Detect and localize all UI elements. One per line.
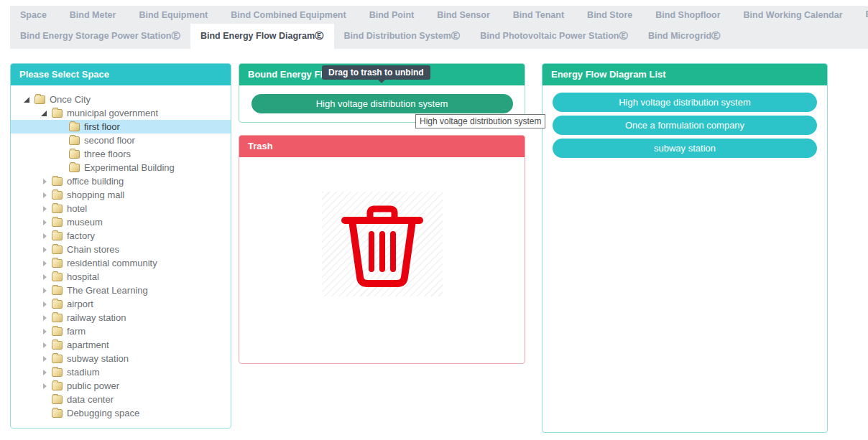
tree-item-label: hospital bbox=[67, 271, 99, 282]
tree-item-airport[interactable]: airport bbox=[11, 297, 231, 311]
chevron-collapsed-icon bbox=[43, 206, 47, 212]
tree-item-label: data center bbox=[67, 394, 114, 405]
folder-icon bbox=[52, 382, 63, 390]
tree-item-data-center[interactable]: data center bbox=[11, 393, 231, 406]
tab-bind-sensor[interactable]: Bind Sensor bbox=[430, 6, 497, 24]
diagram-once-a-formulation-company[interactable]: Once a formulation company bbox=[553, 116, 817, 135]
tab-bind-combined-equipment[interactable]: Bind Combined Equipment bbox=[223, 6, 353, 24]
tree-item-office-building[interactable]: office building bbox=[11, 174, 231, 188]
tree-item-label: airport bbox=[67, 299, 93, 309]
tree-toggle[interactable] bbox=[40, 288, 50, 294]
chevron-collapsed-icon bbox=[43, 315, 47, 321]
tree-toggle[interactable] bbox=[40, 247, 50, 253]
tree-toggle[interactable] bbox=[40, 233, 50, 239]
trash-drop-zone[interactable] bbox=[239, 157, 525, 364]
tab-bind-working-calendar[interactable]: Bind Working Calendar bbox=[737, 6, 850, 24]
tree-toggle[interactable] bbox=[22, 97, 32, 103]
folder-icon bbox=[52, 409, 63, 418]
tree-item-label: office building bbox=[67, 176, 124, 187]
tab-bind-photovoltaic-power-station[interactable]: Bind Photovoltaic Power StationⒺ bbox=[470, 24, 638, 49]
tab-bind-distribution-system[interactable]: Bind Distribution SystemⒺ bbox=[334, 24, 471, 49]
tree-item-second-floor[interactable]: second floor bbox=[11, 134, 231, 147]
tab-bind-shopfloor[interactable]: Bind Shopfloor bbox=[648, 6, 727, 24]
middle-column: Bound Energy Flow Diagram High voltage d… bbox=[239, 63, 525, 365]
folder-icon bbox=[52, 191, 63, 200]
tree-toggle[interactable] bbox=[40, 383, 50, 389]
tree-toggle[interactable] bbox=[40, 315, 50, 321]
tree-item-municipal-government[interactable]: municipal government bbox=[11, 106, 231, 120]
space-tree: Once Citymunicipal governmentfirst floor… bbox=[11, 85, 231, 420]
tab-bind-equipment[interactable]: Bind Equipment bbox=[131, 6, 215, 24]
chevron-collapsed-icon bbox=[43, 356, 47, 362]
tree-item-label: Once City bbox=[50, 94, 91, 105]
tree-toggle[interactable] bbox=[40, 301, 50, 307]
tree-item-label: railway station bbox=[67, 312, 126, 323]
tree-item-label: second floor bbox=[84, 135, 135, 146]
tree-toggle[interactable] bbox=[40, 192, 50, 198]
tab-bar: SpaceBind MeterBind EquipmentBind Combin… bbox=[10, 6, 868, 49]
tree-toggle[interactable] bbox=[40, 111, 50, 116]
tab-bind-energy-storage-power-station[interactable]: Bind Energy Storage Power StationⒺ bbox=[10, 24, 190, 49]
tree-toggle[interactable] bbox=[40, 342, 50, 348]
tree-item-shopping-mall[interactable]: shopping mall bbox=[11, 188, 231, 202]
chevron-expanded-icon bbox=[41, 111, 47, 116]
trash-panel: Trash bbox=[239, 135, 525, 364]
bound-diagram-high-voltage-distribution-system[interactable]: High voltage distribution system bbox=[251, 94, 513, 113]
tree-item-hotel[interactable]: hotel bbox=[11, 202, 231, 215]
tree-item-stadium[interactable]: stadium bbox=[11, 365, 231, 379]
folder-icon bbox=[52, 205, 63, 213]
tree-item-once-city[interactable]: Once City bbox=[11, 93, 231, 106]
tree-item-label: first floor bbox=[84, 121, 120, 132]
tree-item-label: hotel bbox=[67, 203, 87, 214]
tab-bind-microgrid[interactable]: Bind MicrogridⒺ bbox=[638, 24, 731, 49]
tree-toggle[interactable] bbox=[40, 329, 50, 334]
tab-bind-meter[interactable]: Bind Meter bbox=[63, 6, 124, 24]
tree-toggle[interactable] bbox=[40, 261, 50, 266]
tree-item-label: Chain stores bbox=[67, 244, 119, 255]
chevron-expanded-icon bbox=[24, 97, 29, 103]
tree-item-first-floor[interactable]: first floor bbox=[11, 120, 231, 134]
diagram-subway-station[interactable]: subway station bbox=[553, 139, 817, 158]
folder-icon bbox=[52, 218, 63, 227]
tree-item-museum[interactable]: museum bbox=[11, 215, 231, 229]
tab-bind-energy-flow-diagram[interactable]: Bind Energy Flow DiagramⒺ bbox=[190, 24, 334, 49]
tree-item-experimental-building[interactable]: Experimental Building bbox=[11, 161, 231, 174]
chevron-collapsed-icon bbox=[43, 179, 47, 184]
tree-toggle[interactable] bbox=[40, 220, 50, 225]
tree-item-farm[interactable]: farm bbox=[11, 324, 231, 338]
tree-toggle[interactable] bbox=[40, 370, 50, 375]
tree-item-label: three floors bbox=[84, 149, 131, 159]
tab-bind-store[interactable]: Bind Store bbox=[580, 6, 640, 24]
tree-item-public-power[interactable]: public power bbox=[11, 379, 231, 393]
tree-item-railway-station[interactable]: railway station bbox=[11, 311, 231, 324]
tree-item-debugging-space[interactable]: Debugging space bbox=[11, 406, 231, 420]
trash-icon-backdrop bbox=[322, 192, 443, 296]
folder-icon bbox=[52, 314, 63, 322]
tree-item-the-great-learning[interactable]: The Great Learning bbox=[11, 284, 231, 297]
tree-item-label: subway station bbox=[67, 353, 129, 364]
tree-toggle[interactable] bbox=[40, 274, 50, 280]
tree-toggle[interactable] bbox=[40, 206, 50, 212]
tree-item-chain-stores[interactable]: Chain stores bbox=[11, 243, 231, 256]
folder-icon bbox=[52, 177, 63, 186]
diagram-high-voltage-distribution-system[interactable]: High voltage distribution system bbox=[553, 93, 817, 112]
tab-bind-command[interactable]: Bind Command Ⓔ bbox=[859, 6, 868, 24]
tree-item-three-floors[interactable]: three floors bbox=[11, 147, 231, 161]
tree-item-apartment[interactable]: apartment bbox=[11, 338, 231, 352]
chevron-collapsed-icon bbox=[43, 342, 47, 348]
chevron-collapsed-icon bbox=[43, 261, 47, 266]
tree-item-label: museum bbox=[67, 217, 103, 228]
tree-toggle[interactable] bbox=[40, 356, 50, 362]
drag-to-trash-tooltip: Drag to trash to unbind bbox=[322, 65, 430, 80]
tree-item-factory[interactable]: factory bbox=[11, 229, 231, 243]
chevron-collapsed-icon bbox=[43, 329, 47, 334]
tree-toggle[interactable] bbox=[40, 179, 50, 184]
tree-item-hospital[interactable]: hospital bbox=[11, 270, 231, 284]
tab-bind-point[interactable]: Bind Point bbox=[362, 6, 422, 24]
tab-space[interactable]: Space bbox=[13, 6, 54, 24]
diagram-list-panel: Energy Flow Diagram List High voltage di… bbox=[542, 63, 828, 433]
tree-item-label: The Great Learning bbox=[67, 285, 148, 296]
tab-bind-tenant[interactable]: Bind Tenant bbox=[506, 6, 571, 24]
tree-item-residential-community[interactable]: residential community bbox=[11, 256, 231, 270]
tree-item-subway-station[interactable]: subway station bbox=[11, 352, 231, 365]
